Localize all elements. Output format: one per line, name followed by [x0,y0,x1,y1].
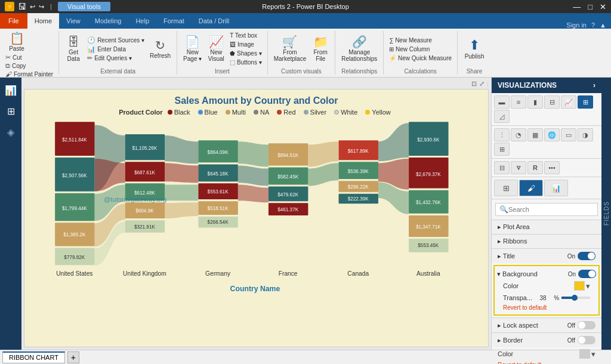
border-color-dropdown-btn[interactable]: ▾ [591,350,595,359]
viz-type-area[interactable]: ◿ [494,110,510,123]
viz-type-line[interactable]: 📈 [561,95,576,109]
plot-area-header[interactable]: ▸ Plot Area [492,220,601,234]
svg-text:Canada: Canada [347,270,369,277]
background-toggle[interactable] [578,270,596,278]
transparency-slider[interactable] [561,297,590,299]
svg-text:Germany: Germany [205,270,231,277]
get-data-button[interactable]: 🗄 GetData [63,35,84,63]
title-toggle[interactable] [578,252,595,260]
manage-relationships-button[interactable]: 🔗 ManageRelationships [339,35,379,63]
data-view-icon[interactable]: ⊞ [5,103,17,119]
viz-icons-row2: ⋮ ◔ ▦ 🌐 ▭ ◑ ⊞ [492,126,601,159]
add-tab-button[interactable]: + [67,351,79,363]
recent-sources-button[interactable]: 🕐 Recent Sources ▾ [85,36,146,44]
copy-button[interactable]: ⧉ Copy [4,62,55,70]
border-header[interactable]: ▸ Border Off [492,333,601,347]
sign-in-link[interactable]: Sign in [566,21,587,29]
enter-data-icon: 📊 [87,46,95,53]
refresh-button[interactable]: ↻ Refresh [147,38,173,60]
publish-button[interactable]: ⬆ Publish [461,38,487,61]
tab-modeling[interactable]: Modeling [88,13,129,29]
viz-expand-btn[interactable]: › [593,81,595,90]
new-visual-button[interactable]: 📈 NewVisual [205,35,227,63]
plot-area-label: ▸ Plot Area [498,223,530,231]
viz-type-pie[interactable]: ◔ [511,128,526,141]
undo-btn[interactable]: ↩ [30,3,35,11]
revert-background-link[interactable]: Revert to default [497,303,596,312]
minimize-btn[interactable]: — [573,2,581,11]
expand-icon[interactable]: ▲ [600,21,606,29]
viz-type-stacked-col[interactable]: ⊟ [544,95,560,109]
viz-analytics-btn[interactable]: 📊 [544,180,568,196]
shapes-button[interactable]: ⬟ Shapes ▾ [228,50,263,57]
new-measure-button[interactable]: ∑ New Measure [387,36,453,44]
search-input[interactable] [508,206,594,213]
ribbons-header[interactable]: ▸ Ribbons [492,235,601,248]
cut-button[interactable]: ✂ Cut [4,54,55,61]
edit-queries-button[interactable]: ✏ Edit Queries ▾ [85,54,146,62]
report-view-icon[interactable]: 📊 [2,82,19,98]
color-dropdown-btn[interactable]: ▾ [586,282,590,291]
lock-aspect-label: ▸ Lock aspect [498,322,538,329]
new-column-button[interactable]: ⊞ New Column [387,45,453,53]
viz-type-bar[interactable]: ▬ [494,95,510,109]
lock-aspect-header[interactable]: ▸ Lock aspect Off [492,318,601,332]
border-color-label: Color [498,350,513,357]
from-file-button[interactable]: 📁 FromFile [310,35,331,63]
paste-button[interactable]: 📋 Paste [4,31,30,53]
model-view-icon[interactable]: ◈ [5,124,17,140]
from-marketplace-button[interactable]: 🛒 FromMarketplace [271,35,308,63]
title-header[interactable]: ▸ Title On [492,249,601,263]
background-section: ▾ Background On Color ▾ Transpa... 38 [493,265,600,316]
text-box-button[interactable]: T Text box [228,32,263,39]
revert-all-link[interactable]: Revert to default [492,360,601,364]
viz-type-r[interactable]: R [527,161,543,174]
border-toggle[interactable] [578,336,595,344]
svg-text:$864.09K: $864.09K [208,150,229,155]
tab-help[interactable]: Help [128,13,156,29]
viz-type-card[interactable]: ▭ [561,128,576,141]
viz-type-scatter[interactable]: ⋮ [494,128,510,141]
viz-type-tree[interactable]: ▦ [527,128,543,141]
viz-fields-btn[interactable]: ⊞ [494,180,518,196]
tab-data-drill[interactable]: Data / Drill [192,13,236,29]
buttons-button[interactable]: ⬚ Buttons ▾ [228,58,263,66]
ribbon-chart-tab[interactable]: RIBBON CHART [2,351,65,363]
new-quick-measure-button[interactable]: ⚡ New Quick Measure [387,54,453,62]
lock-aspect-toggle[interactable] [578,321,595,329]
border-color-swatch[interactable] [579,349,590,359]
viz-type-matrix[interactable]: ⊟ [494,161,510,174]
color-swatch[interactable] [574,281,585,291]
red-dot [277,110,282,115]
visual-tools-tab[interactable]: Visual tools [58,2,110,11]
tab-view[interactable]: View [59,13,88,29]
quick-save[interactable]: 🖫 [18,2,26,11]
fields-sidebar[interactable]: FIELDS [601,78,611,350]
tab-format[interactable]: Format [156,13,192,29]
viz-type-gauge[interactable]: ◑ [578,128,593,141]
search-box[interactable]: 🔍 [495,203,598,216]
new-page-button[interactable]: 📄 NewPage ▾ [181,35,204,63]
expand-icon[interactable]: ⤢ [479,80,485,88]
maximize-btn[interactable]: □ [588,2,593,11]
tab-home[interactable]: Home [27,13,59,29]
close-btn[interactable]: ✕ [600,2,606,11]
viz-format-btn[interactable]: 🖌 [519,180,543,196]
fit-page-icon[interactable]: ⊡ [471,80,477,88]
viz-type-funnel[interactable]: ⛛ [511,161,526,174]
background-header[interactable]: ▾ Background On [497,269,596,279]
viz-type-table[interactable]: ⊞ [494,143,510,156]
svg-text:United Kingdom: United Kingdom [123,270,166,277]
chart-container[interactable]: Sales Amount by Country and Color Produc… [24,89,489,347]
tab-file[interactable]: File [0,13,27,29]
help-icon[interactable]: ? [591,21,595,29]
viz-type-col[interactable]: ▮ [527,95,543,109]
image-button[interactable]: 🖼 Image [228,41,263,48]
viz-type-stacked-bar[interactable]: ≡ [511,95,526,109]
viz-type-map[interactable]: 🌐 [544,128,560,141]
redo-btn[interactable]: ↪ [39,3,44,11]
viz-type-more[interactable]: ••• [544,161,560,174]
viz-type-ribbon[interactable]: ⊞ [578,95,593,109]
enter-data-button[interactable]: 📊 Enter Data [85,45,146,53]
legend-item-white: White [334,109,357,116]
